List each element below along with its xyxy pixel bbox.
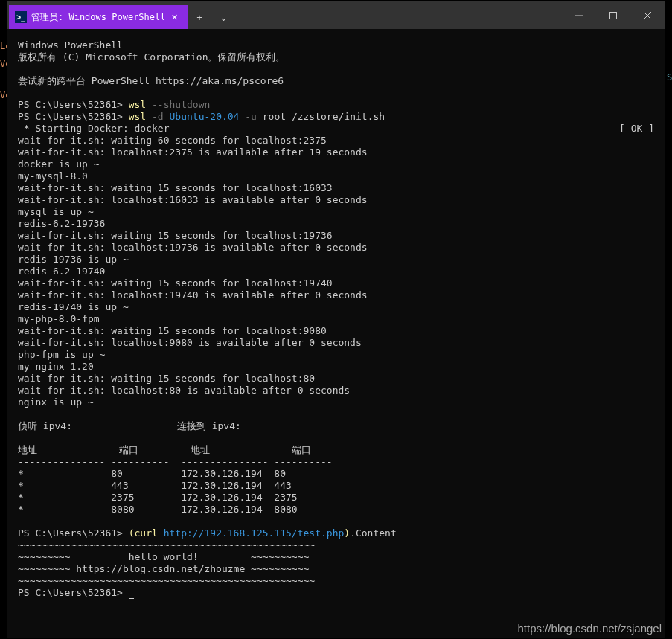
window-controls — [562, 4, 665, 28]
cmd-flag: -d — [146, 111, 163, 122]
minimize-icon[interactable] — [562, 4, 596, 28]
cmd-value: Ubuntu-20.04 — [164, 111, 240, 122]
titlebar-left: >_ 管理员: Windows PowerShell ✕ + ⌄ — [7, 5, 235, 29]
svg-rect-1 — [610, 13, 617, 19]
close-icon[interactable]: ✕ — [168, 11, 180, 23]
output-line: my-nginx-1.20 — [18, 361, 94, 372]
output-line: wait-for-it.sh: localhost:80 is availabl… — [18, 385, 350, 396]
output-line: redis-19736 is up ~ — [18, 254, 129, 265]
maximize-icon[interactable] — [596, 4, 630, 28]
table-row: * 443 172.30.126.194 443 — [18, 480, 292, 491]
titlebar: >_ 管理员: Windows PowerShell ✕ + ⌄ — [7, 1, 665, 29]
cmd-wsl: wsl — [129, 111, 146, 122]
tab-active[interactable]: >_ 管理员: Windows PowerShell ✕ — [9, 5, 188, 29]
output-line: ~~~~~~~~~~~~~~~~~~~~~~~~~~~~~~~~~~~~~~~~… — [18, 575, 315, 586]
table-row: * 2375 172.30.126.194 2375 — [18, 492, 298, 503]
table-header: 侦听 ipv4: 连接到 ipv4: — [18, 420, 241, 431]
output-line: wait-for-it.sh: waiting 15 seconds for l… — [18, 373, 315, 384]
paren: ( — [129, 527, 135, 539]
new-tab-button[interactable]: + — [188, 5, 211, 29]
output-line: mysql is up ~ — [18, 206, 94, 217]
output-line: my-php-8.0-fpm — [18, 313, 100, 324]
close-window-icon[interactable] — [630, 4, 665, 28]
table-row: * 8080 172.30.126.194 8080 — [18, 504, 298, 515]
prompt: PS C:\Users\52361> — [18, 99, 129, 110]
table-sep: --------------- ---------- -------------… — [18, 456, 333, 467]
output-line: ~~~~~~~~~ https://blog.csdn.net/zhouzme … — [18, 563, 309, 574]
output-line: wait-for-it.sh: localhost:9080 is availa… — [18, 337, 362, 348]
cmd-arg: --shutdown — [146, 99, 210, 110]
output-line: redis-6.2-19736 — [18, 218, 105, 229]
output-line: ~~~~~~~~~ hello world! ~~~~~~~~~~ — [18, 551, 309, 562]
table-cols: 地址 端口 地址 端口 — [18, 444, 311, 455]
background-text: S — [667, 71, 672, 83]
output-line: * Starting Docker: docker — [18, 123, 170, 134]
ok-status: [ OK ] — [619, 123, 654, 135]
output-line: nginx is up ~ — [18, 396, 94, 408]
output-line: my-mysql-8.0 — [18, 170, 88, 182]
terminal-content[interactable]: Windows PowerShell 版权所有 (C) Microsoft Co… — [7, 29, 665, 638]
powershell-icon: >_ — [15, 11, 27, 23]
cmd-wsl: wsl — [129, 99, 146, 110]
output-line: wait-for-it.sh: waiting 15 seconds for l… — [18, 230, 333, 241]
output-line: wait-for-it.sh: localhost:19736 is avail… — [18, 242, 368, 253]
cmd-prop: .Content — [350, 527, 397, 539]
cmd-curl: curl — [135, 527, 158, 539]
output-line: wait-for-it.sh: waiting 15 seconds for l… — [18, 277, 333, 289]
output-line: wait-for-it.sh: waiting 15 seconds for l… — [18, 325, 327, 336]
cursor — [129, 598, 134, 599]
output-line: ~~~~~~~~~~~~~~~~~~~~~~~~~~~~~~~~~~~~~~~~… — [18, 539, 315, 550]
output-line: wait-for-it.sh: waiting 60 seconds for l… — [18, 135, 327, 146]
output-line: wait-for-it.sh: localhost:2375 is availa… — [18, 147, 368, 158]
banner-line: 版权所有 (C) Microsoft Corporation。保留所有权利。 — [18, 51, 286, 62]
cmd-rest: root /zzstore/init.sh — [257, 111, 385, 122]
output-line: php-fpm is up ~ — [18, 349, 105, 360]
output-line: docker is up ~ — [18, 158, 100, 170]
prompt: PS C:\Users\52361> — [18, 527, 129, 539]
output-line: wait-for-it.sh: localhost:16033 is avail… — [18, 194, 368, 205]
terminal-window: >_ 管理员: Windows PowerShell ✕ + ⌄ Windows… — [7, 1, 665, 638]
table-row: * 80 172.30.126.194 80 — [18, 468, 286, 479]
output-line: wait-for-it.sh: localhost:19740 is avail… — [18, 289, 368, 301]
cmd-flag: -u — [239, 111, 256, 122]
output-line: redis-6.2-19740 — [18, 266, 105, 277]
tab-title: 管理员: Windows PowerShell — [31, 11, 164, 24]
output-line: wait-for-it.sh: waiting 15 seconds for l… — [18, 182, 333, 193]
tab-dropdown-button[interactable]: ⌄ — [211, 5, 235, 29]
paren: ) — [344, 527, 350, 539]
watermark: https://blog.csdn.net/zsjangel — [518, 622, 662, 635]
banner-line: 尝试新的跨平台 PowerShell https://aka.ms/pscore… — [18, 75, 284, 86]
output-line: redis-19740 is up ~ — [18, 301, 129, 312]
banner-line: Windows PowerShell — [18, 39, 123, 51]
prompt: PS C:\Users\52361> — [18, 587, 129, 598]
prompt: PS C:\Users\52361> — [18, 111, 129, 122]
cmd-url: http://192.168.125.115/test.php — [158, 527, 344, 539]
